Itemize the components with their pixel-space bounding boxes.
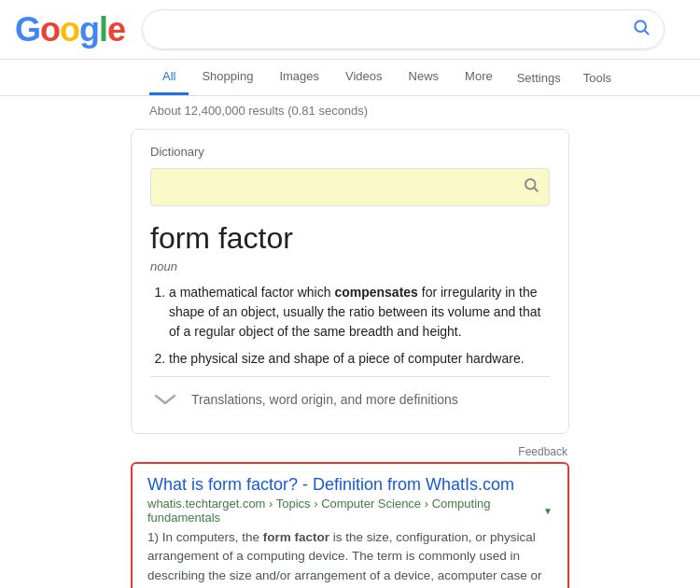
tools-link[interactable]: Tools <box>572 62 623 94</box>
tab-more[interactable]: More <box>452 60 506 95</box>
search-result-card: What is form factor? - Definition from W… <box>131 462 569 588</box>
svg-line-1 <box>645 31 649 35</box>
tab-shopping[interactable]: Shopping <box>189 60 266 95</box>
translations-row[interactable]: Translations, word origin, and more defi… <box>150 376 550 414</box>
search-button[interactable] <box>624 18 651 41</box>
dictionary-label: Dictionary <box>150 145 550 159</box>
dictionary-search-icon[interactable] <box>523 176 539 198</box>
chevron-down-icon <box>150 388 180 411</box>
search-input[interactable]: what does 'form factor' mean? <box>156 21 624 38</box>
dictionary-word: form factor <box>150 221 550 256</box>
result-title[interactable]: What is form factor? - Definition from W… <box>147 475 553 495</box>
settings-link[interactable]: Settings <box>506 62 572 94</box>
dictionary-search-row: form factor <box>150 168 550 206</box>
breadcrumb-text: whatis.techtarget.com › Topics › Compute… <box>147 497 539 525</box>
feedback-row[interactable]: Feedback <box>131 445 569 458</box>
breadcrumb-dropdown-icon[interactable]: ▼ <box>543 506 553 516</box>
dictionary-part-of-speech: noun <box>150 259 550 273</box>
translations-label: Translations, word origin, and more defi… <box>191 392 458 407</box>
main-content: Dictionary form factor form factor noun … <box>0 125 700 588</box>
dictionary-search-input[interactable]: form factor <box>161 179 523 195</box>
google-logo: Google <box>15 10 125 49</box>
results-count: About 12,400,000 results (0.81 seconds) <box>0 96 700 125</box>
dictionary-definitions: a mathematical factor which compensates … <box>150 283 550 369</box>
tab-videos[interactable]: Videos <box>332 60 396 95</box>
tab-all[interactable]: All <box>149 60 189 95</box>
header: Google what does 'form factor' mean? <box>0 0 700 60</box>
dictionary-card: Dictionary form factor form factor noun … <box>131 129 569 434</box>
nav-tabs: All Shopping Images Videos News More Set… <box>0 60 700 96</box>
definition-1: a mathematical factor which compensates … <box>169 283 550 342</box>
result-snippet: 1) In computers, the form factor is the … <box>147 528 553 588</box>
definition-2: the physical size and shape of a piece o… <box>169 349 550 369</box>
search-icon <box>632 18 651 36</box>
svg-line-3 <box>534 188 537 190</box>
search-bar: what does 'form factor' mean? <box>142 9 665 49</box>
result-breadcrumb: whatis.techtarget.com › Topics › Compute… <box>147 497 553 525</box>
nav-right: Settings Tools <box>506 62 623 94</box>
tab-news[interactable]: News <box>396 60 453 95</box>
tab-images[interactable]: Images <box>266 60 332 95</box>
